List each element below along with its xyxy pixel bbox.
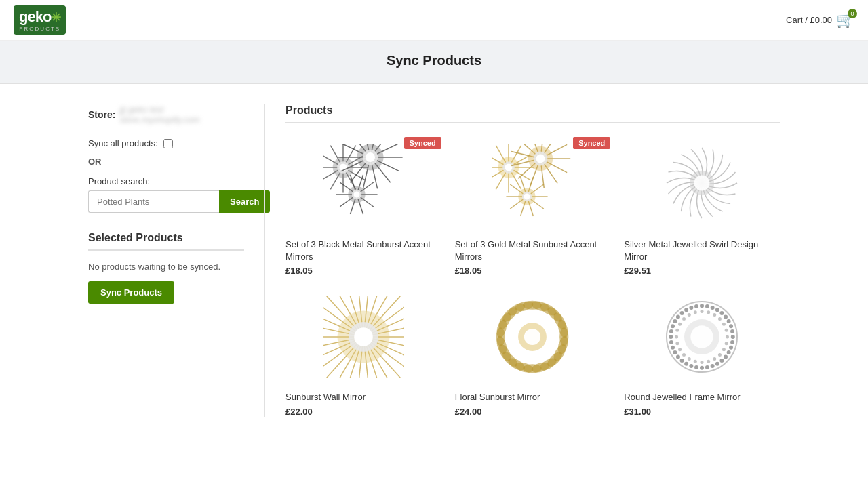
svg-point-171 (671, 325, 675, 329)
svg-point-44 (353, 192, 359, 198)
svg-point-172 (673, 319, 677, 323)
svg-point-200 (675, 329, 679, 332)
search-input[interactable] (88, 190, 219, 213)
product-price: £18.05 (455, 266, 611, 276)
svg-point-88 (524, 194, 530, 200)
product-card[interactable]: Synced Set of 3 Gold Metal Sunburst Acce… (455, 137, 611, 276)
product-image-wrapper: Synced (455, 137, 611, 232)
cart-badge: 0 (848, 9, 857, 18)
logo-sub: PRODUCTS (19, 26, 60, 32)
svg-point-184 (727, 319, 731, 323)
product-image-wrapper (624, 289, 780, 384)
svg-point-161 (694, 365, 698, 369)
sync-products-button[interactable]: Sync Products (88, 281, 174, 304)
svg-point-203 (688, 313, 691, 317)
svg-point-177 (694, 304, 698, 308)
svg-point-199 (675, 336, 678, 339)
product-card[interactable]: Floral Sunburst Mirror £24.00 (455, 289, 611, 416)
store-label: Store: (88, 109, 115, 120)
svg-point-201 (678, 323, 682, 326)
product-card[interactable]: Sunburst Wall Mirror £22.00 (285, 289, 441, 416)
svg-point-212 (691, 326, 713, 348)
product-name: Floral Sunburst Mirror (455, 391, 611, 403)
left-panel: Store: jjj geko test store.myshopify.com… (88, 104, 264, 417)
product-name: Set of 3 Gold Metal Sunburst Accent Mirr… (455, 239, 611, 263)
svg-point-192 (707, 360, 710, 363)
search-button[interactable]: Search (219, 190, 270, 213)
cart-area[interactable]: Cart / £0.00 🛒 0 (786, 12, 854, 29)
svg-point-180 (711, 306, 715, 310)
svg-point-185 (729, 325, 733, 329)
product-image-wrapper (455, 289, 611, 384)
svg-point-160 (700, 366, 704, 370)
product-card[interactable]: Synced Set of 3 Black Metal Sunburst Acc… (285, 137, 441, 276)
sync-all-checkbox[interactable] (163, 139, 173, 148)
svg-point-209 (722, 323, 726, 326)
product-image-wrapper (285, 289, 441, 384)
svg-point-193 (701, 361, 704, 364)
product-price: £22.00 (285, 407, 441, 417)
svg-point-197 (678, 348, 682, 352)
svg-point-173 (676, 315, 680, 319)
sync-all-line: Sync all products: (88, 138, 244, 148)
product-name: Silver Metal Jewelled Swirl Design Mirro… (624, 239, 780, 263)
svg-point-165 (676, 355, 680, 359)
svg-point-208 (718, 317, 722, 321)
or-label: OR (88, 157, 244, 167)
synced-badge: Synced (573, 137, 610, 149)
svg-point-90 (694, 176, 710, 191)
svg-point-169 (669, 335, 673, 339)
product-price: £24.00 (455, 407, 611, 417)
svg-point-196 (682, 353, 686, 357)
svg-point-175 (684, 308, 688, 312)
svg-point-155 (724, 355, 728, 359)
svg-point-157 (715, 362, 719, 366)
svg-point-195 (688, 357, 691, 361)
svg-point-190 (718, 353, 722, 357)
cart-icon-wrapper[interactable]: 🛒 0 (836, 12, 854, 29)
svg-point-59 (505, 164, 513, 171)
svg-point-75 (536, 155, 545, 163)
product-price: £18.05 (285, 266, 441, 276)
svg-point-189 (722, 348, 726, 352)
svg-point-170 (669, 329, 673, 333)
logo-text: geko✳ (19, 8, 60, 25)
svg-point-188 (725, 342, 728, 346)
svg-point-149 (524, 329, 540, 345)
svg-point-207 (713, 313, 716, 317)
no-products-msg: No products waiting to be synced. (88, 262, 244, 272)
sync-all-label: Sync all products: (88, 138, 158, 148)
product-card[interactable]: Round Jewelled Frame Mirror £31.00 (624, 289, 780, 416)
search-row: Search (88, 190, 244, 213)
product-price: £29.51 (624, 266, 780, 276)
products-grid: Synced Set of 3 Black Metal Sunburst Acc… (285, 137, 780, 417)
svg-point-183 (724, 315, 728, 319)
svg-point-158 (711, 364, 715, 368)
svg-point-182 (720, 311, 724, 315)
svg-point-206 (707, 311, 710, 314)
page-title: Sync Products (0, 53, 868, 68)
svg-point-153 (729, 346, 733, 350)
svg-point-210 (725, 329, 728, 332)
product-name: Set of 3 Black Metal Sunburst Accent Mir… (285, 239, 441, 263)
svg-point-166 (673, 350, 677, 354)
selected-products-title: Selected Products (88, 232, 244, 251)
svg-point-152 (730, 340, 734, 344)
right-panel: Products Synced Set of 3 Black Metal (264, 104, 780, 417)
svg-point-178 (700, 304, 704, 308)
products-title: Products (285, 104, 780, 123)
svg-point-194 (694, 360, 697, 363)
svg-point-187 (726, 336, 729, 339)
svg-point-204 (694, 311, 697, 314)
main-content: Store: jjj geko test store.myshopify.com… (75, 84, 793, 417)
store-line: Store: jjj geko test store.myshopify.com (88, 104, 244, 125)
product-name: Round Jewelled Frame Mirror (624, 391, 780, 403)
svg-point-159 (705, 365, 709, 369)
svg-point-154 (727, 350, 731, 354)
logo[interactable]: geko✳ PRODUCTS (14, 5, 66, 35)
store-url: jjj geko test store.myshopify.com (119, 104, 244, 125)
header: geko✳ PRODUCTS Cart / £0.00 🛒 0 (0, 0, 868, 41)
svg-point-163 (684, 362, 688, 366)
svg-point-198 (675, 342, 679, 346)
product-card[interactable]: Silver Metal Jewelled Swirl Design Mirro… (624, 137, 780, 276)
